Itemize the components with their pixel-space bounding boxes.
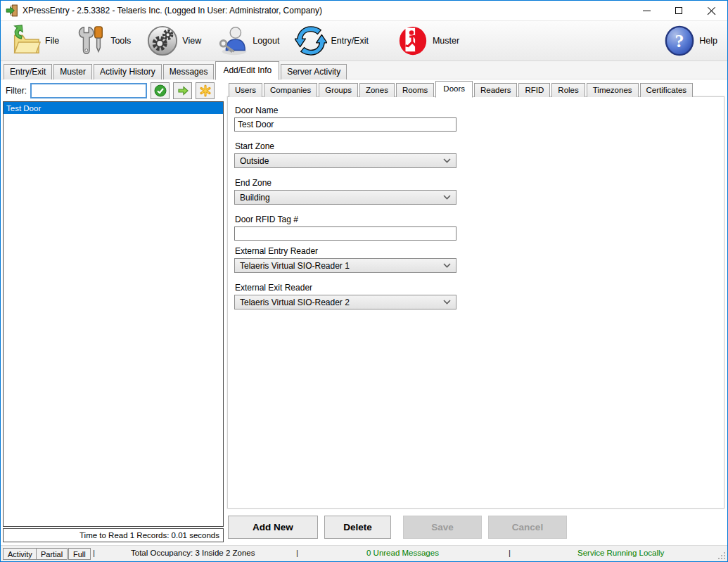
- end-zone-value: Building: [240, 193, 270, 203]
- help-question-icon: ?: [663, 25, 696, 57]
- green-arrow-right-icon: [177, 84, 189, 97]
- logout-user-key-icon: [217, 25, 249, 57]
- toolbar-help-label: Help: [699, 36, 717, 46]
- add-new-button[interactable]: Add New: [228, 516, 318, 539]
- cancel-button[interactable]: Cancel: [488, 516, 567, 539]
- external-exit-reader-label: External Exit Reader: [235, 283, 456, 293]
- door-name-input[interactable]: [234, 117, 456, 132]
- toolbar-entry-exit-label: Entry/Exit: [331, 36, 369, 46]
- app-door-icon: [6, 4, 18, 17]
- tab-groups[interactable]: Groups: [319, 83, 358, 97]
- tab-messages[interactable]: Messages: [163, 64, 215, 79]
- tab-doors[interactable]: Doors: [435, 81, 473, 98]
- detail-panel: Users Companies Groups Zones Rooms Doors…: [227, 81, 724, 545]
- external-exit-reader-select[interactable]: Telaeris Virtual SIO-Reader 2: [234, 295, 456, 309]
- door-list: Test Door: [3, 101, 224, 527]
- filter-label: Filter:: [6, 86, 27, 96]
- close-button[interactable]: [695, 1, 727, 20]
- filter-input[interactable]: [30, 83, 147, 98]
- muster-runner-icon: [397, 25, 429, 57]
- window-controls: [630, 1, 727, 20]
- list-item-test-door[interactable]: Test Door: [4, 102, 223, 114]
- tab-timezones[interactable]: Timezones: [587, 83, 639, 97]
- action-button-row: Add New Delete Save Cancel: [227, 509, 724, 545]
- client-area: Filter:: [1, 79, 727, 545]
- toolbar-entry-exit[interactable]: Entry/Exit: [295, 25, 369, 57]
- door-name-label: Door Name: [235, 106, 456, 115]
- status-separator: |: [296, 549, 298, 557]
- tab-readers[interactable]: Readers: [474, 83, 517, 97]
- toolbar-muster[interactable]: Muster: [397, 25, 459, 57]
- maximize-button[interactable]: [663, 1, 695, 20]
- check-circle-icon: [154, 84, 167, 97]
- service-status: Service Running Locally: [577, 549, 664, 557]
- close-icon: [707, 6, 716, 15]
- window-title: XPressEntry - 2.5.3382 - Telaeris Inc. (…: [23, 6, 322, 15]
- toolbar-logout[interactable]: Logout: [217, 25, 279, 57]
- main-tab-bar: Entry/Exit Muster Activity History Messa…: [1, 61, 727, 79]
- end-zone-label: End Zone: [235, 178, 456, 188]
- start-zone-select[interactable]: Outside: [234, 153, 456, 168]
- status-full-button[interactable]: Full: [68, 548, 91, 560]
- maximize-icon: [675, 7, 682, 14]
- chevron-down-icon: [443, 195, 451, 200]
- start-zone-label: Start Zone: [235, 141, 456, 151]
- tab-roles[interactable]: Roles: [551, 83, 585, 97]
- toolbar-muster-label: Muster: [433, 36, 459, 46]
- external-exit-reader-value: Telaeris Virtual SIO-Reader 2: [240, 298, 350, 307]
- toolbar-view[interactable]: View: [146, 25, 201, 57]
- toolbar-view-label: View: [182, 36, 201, 46]
- status-activity-button[interactable]: Activity: [3, 548, 37, 560]
- chevron-down-icon: [443, 263, 451, 268]
- external-entry-reader-label: External Entry Reader: [235, 246, 456, 256]
- end-zone-select[interactable]: Building: [234, 190, 456, 205]
- record-list-panel: Filter:: [3, 82, 224, 545]
- tab-rooms[interactable]: Rooms: [396, 83, 434, 97]
- title-bar: XPressEntry - 2.5.3382 - Telaeris Inc. (…: [1, 1, 727, 20]
- status-separator: |: [509, 549, 511, 557]
- main-toolbar: File Tools View: [1, 20, 727, 61]
- save-button[interactable]: Save: [403, 516, 482, 539]
- tab-certificates[interactable]: Certificates: [640, 83, 694, 97]
- toolbar-tools[interactable]: Tools: [75, 25, 131, 57]
- status-bar: Activity Partial Full | Total Occupancy:…: [1, 545, 727, 561]
- app-window: XPressEntry - 2.5.3382 - Telaeris Inc. (…: [0, 0, 728, 562]
- tab-server-activity[interactable]: Server Activity: [281, 64, 347, 79]
- orange-asterisk-icon: [199, 84, 212, 97]
- unread-messages-status: 0 Unread Messages: [366, 549, 439, 557]
- chevron-down-icon: [443, 300, 451, 305]
- minimize-button[interactable]: [630, 1, 663, 20]
- toolbar-tools-label: Tools: [110, 36, 131, 46]
- resize-grip[interactable]: [716, 550, 726, 560]
- svg-text:?: ?: [675, 31, 684, 51]
- tab-users[interactable]: Users: [229, 83, 262, 97]
- view-gears-icon: [146, 25, 179, 57]
- toolbar-help[interactable]: ? Help: [663, 25, 717, 57]
- read-time-status: Time to Read 1 Records: 0.01 seconds: [3, 528, 224, 542]
- tab-zones[interactable]: Zones: [359, 83, 395, 97]
- door-detail-form: Door Name Start Zone Outside End Zone Bu…: [227, 96, 724, 509]
- door-rfid-tag-label: Door RFID Tag #: [235, 215, 456, 224]
- tab-rfid[interactable]: RFID: [518, 83, 550, 97]
- tab-entry-exit[interactable]: Entry/Exit: [4, 64, 52, 79]
- filter-row: Filter:: [3, 82, 224, 100]
- file-folder-icon: [9, 25, 41, 57]
- tab-muster[interactable]: Muster: [53, 64, 92, 79]
- advanced-filter-button[interactable]: [196, 82, 215, 99]
- toolbar-file[interactable]: File: [9, 25, 59, 57]
- delete-button[interactable]: Delete: [324, 516, 391, 539]
- door-rfid-tag-input[interactable]: [234, 226, 456, 241]
- apply-filter-button[interactable]: [151, 82, 170, 99]
- detail-tab-bar: Users Companies Groups Zones Rooms Doors…: [227, 81, 724, 97]
- chevron-down-icon: [443, 158, 451, 163]
- tab-add-edit-info[interactable]: Add/Edit Info: [215, 61, 279, 80]
- tab-companies[interactable]: Companies: [264, 83, 317, 97]
- next-match-button[interactable]: [173, 82, 192, 99]
- tab-activity-history[interactable]: Activity History: [94, 64, 162, 79]
- status-partial-button[interactable]: Partial: [36, 548, 68, 560]
- external-entry-reader-select[interactable]: Telaeris Virtual SIO-Reader 1: [234, 258, 456, 273]
- toolbar-file-label: File: [45, 36, 59, 46]
- entry-exit-arrows-icon: [295, 25, 327, 57]
- status-separator: |: [93, 549, 95, 557]
- tools-wrench-icon: [75, 25, 107, 57]
